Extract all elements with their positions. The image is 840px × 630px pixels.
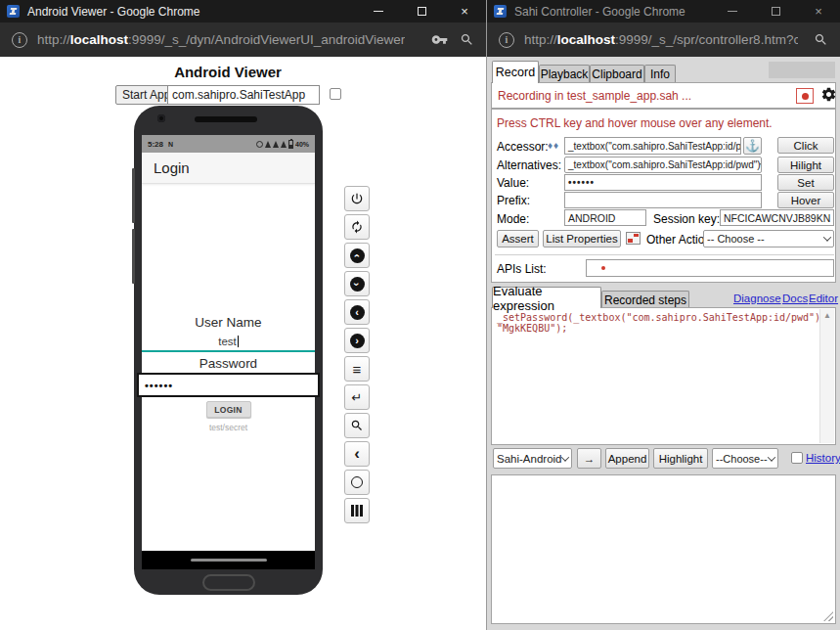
tab-info[interactable]: Info — [644, 65, 676, 83]
accessor-label: Accessor: — [497, 140, 549, 154]
scroll-right-button[interactable]: › — [344, 328, 370, 353]
password-label: Password — [142, 356, 315, 371]
zoom-icon[interactable] — [814, 32, 828, 47]
scroll-up-button[interactable]: › — [344, 243, 370, 268]
tabbar-placeholder — [769, 62, 835, 78]
username-underline — [142, 350, 315, 352]
hover-button[interactable]: Hover — [777, 192, 834, 208]
minimize-button[interactable] — [357, 0, 400, 22]
site-info-icon[interactable]: i — [12, 32, 27, 48]
scroll-down-button[interactable]: › — [344, 271, 370, 296]
hardware-home-button — [202, 574, 255, 591]
circle-down-icon: › — [350, 277, 365, 292]
expression-text: _setPassword(_textbox("com.sahipro.SahiT… — [497, 312, 816, 334]
hilight-button[interactable]: Hilight — [777, 157, 834, 173]
engine-select[interactable]: Sahi-Android — [493, 448, 572, 469]
signal2-icon — [281, 141, 287, 148]
choose-select[interactable]: --Choose-- — [712, 448, 778, 469]
key-icon[interactable] — [431, 31, 448, 48]
menu-button[interactable]: ≡ — [344, 356, 370, 382]
minimize-button[interactable] — [711, 0, 754, 22]
tab-clipboard[interactable]: Clipboard — [590, 65, 644, 83]
phone-screen[interactable]: 5:28 N 40% Login User Name test Passwor — [142, 135, 315, 569]
password-field[interactable]: •••••• — [137, 373, 320, 397]
package-name-input[interactable]: com.sahipro.SahiTestApp — [167, 85, 320, 105]
tab-evaluate-expression[interactable]: Evaluate expression — [492, 287, 601, 308]
assert-button[interactable]: Assert — [497, 230, 539, 248]
other-actions-select[interactable]: -- Choose -- — [703, 230, 834, 248]
history-checkbox[interactable] — [791, 452, 803, 464]
session-key-input[interactable]: NFCICAWCNVJB89KN — [720, 209, 834, 226]
scroll-up-icon: ▲ — [820, 311, 834, 320]
prefix-label: Prefix: — [497, 194, 530, 207]
nav-bar — [142, 551, 315, 569]
username-field[interactable]: test — [142, 336, 315, 347]
signal-icon — [273, 141, 279, 148]
append-button[interactable]: Append — [605, 448, 649, 469]
back-icon: ‹ — [354, 445, 360, 462]
docs-link[interactable]: Docs — [782, 292, 808, 304]
click-button[interactable]: Click — [777, 137, 834, 154]
search-button[interactable] — [344, 413, 370, 438]
titlebar: Sahi Controller - Google Chrome × — [487, 0, 840, 22]
sahi-controller-window: Sahi Controller - Google Chrome × i http… — [486, 0, 840, 630]
record-toggle-button[interactable] — [796, 88, 814, 104]
refresh-button[interactable] — [344, 214, 370, 240]
enter-button[interactable]: ↵ — [344, 384, 370, 410]
search-icon — [352, 421, 362, 430]
zoom-icon[interactable] — [460, 32, 474, 47]
anchor-button[interactable]: ⚓ — [743, 137, 762, 155]
address-bar[interactable]: i http://localhost:9999/_s_/spr/controll… — [487, 22, 840, 57]
minimize-icon — [728, 11, 737, 13]
set-button[interactable]: Set — [777, 174, 834, 191]
close-button[interactable]: × — [797, 0, 840, 22]
scroll-left-button[interactable]: ‹ — [344, 299, 370, 325]
tab-recorded-steps[interactable]: Recorded steps — [601, 291, 689, 308]
nfc-icon: N — [168, 141, 173, 148]
window-title: Android Viewer - Google Chrome — [27, 5, 200, 19]
power-button[interactable] — [344, 186, 370, 211]
script-window-icon[interactable] — [626, 232, 641, 245]
site-info-icon[interactable]: i — [499, 32, 514, 48]
minimize-icon — [374, 11, 383, 13]
mode-input[interactable]: ANDROID — [564, 209, 646, 226]
editor-link[interactable]: Editor — [809, 292, 838, 304]
value-input[interactable]: •••••• — [564, 174, 762, 191]
favicon — [7, 5, 20, 18]
evaluate-expression-textarea[interactable]: _setPassword(_textbox("com.sahipro.SahiT… — [491, 307, 836, 445]
output-textarea[interactable] — [491, 474, 836, 624]
apis-list-input[interactable] — [586, 259, 834, 277]
address-bar[interactable]: i http://localhost:9999/_s_/dyn/AndroidV… — [0, 22, 486, 57]
tab-record[interactable]: Record — [492, 61, 539, 83]
camera-dot — [157, 114, 165, 122]
alternatives-select[interactable]: _textbox("com.sahipro.SahiTestApp:id/pwd… — [564, 157, 762, 173]
back-button[interactable]: ‹ — [344, 441, 370, 467]
maximize-icon — [418, 7, 426, 16]
session-key-label: Session key: — [653, 212, 720, 226]
highlight-button[interactable]: Highlight — [653, 448, 708, 469]
value-label: Value: — [497, 176, 529, 190]
scrollbar[interactable]: ▲ — [819, 309, 834, 443]
list-properties-button[interactable]: List Properties — [543, 230, 621, 248]
maximize-button[interactable] — [400, 0, 443, 22]
history-link[interactable]: History — [806, 452, 840, 464]
run-arrow-button[interactable]: → — [577, 448, 601, 469]
accessor-input[interactable]: _textbox("com.sahipro.SahiTestApp:id/pwd… — [564, 137, 741, 155]
window-title: Sahi Controller - Google Chrome — [514, 5, 685, 19]
maximize-button[interactable] — [754, 0, 797, 22]
home-button[interactable] — [344, 470, 370, 495]
tab-playback[interactable]: Playback — [539, 65, 590, 83]
settings-gear-icon[interactable] — [820, 86, 837, 103]
recent-apps-button[interactable] — [344, 498, 370, 523]
alternatives-label: Alternatives: — [497, 158, 561, 172]
circle-right-icon: › — [350, 334, 365, 348]
close-button[interactable]: × — [443, 0, 486, 22]
prefix-input[interactable] — [564, 192, 762, 208]
divider — [495, 254, 834, 256]
refresh-icon — [352, 221, 361, 234]
resize-handle-icon[interactable] — [823, 611, 833, 621]
diagnose-link[interactable]: Diagnose — [733, 292, 781, 304]
login-button[interactable]: LOGIN — [206, 401, 251, 418]
package-checkbox[interactable] — [330, 88, 341, 100]
accessor-marker-icon: ♦♦ — [548, 140, 559, 151]
